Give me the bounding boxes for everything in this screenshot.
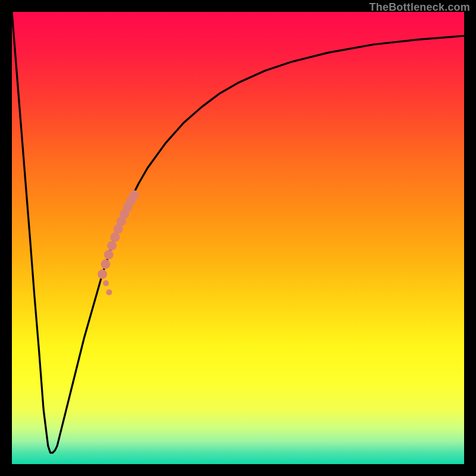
plot-area xyxy=(12,12,464,464)
marker-point xyxy=(98,270,107,279)
chart-frame: TheBottleneck.com xyxy=(0,0,476,476)
curve-markers xyxy=(98,190,139,295)
bottleneck-curve xyxy=(12,12,464,453)
plot-svg xyxy=(12,12,464,464)
marker-point xyxy=(129,190,139,200)
marker-point xyxy=(104,250,114,259)
marker-point xyxy=(110,232,120,242)
marker-point xyxy=(107,241,117,250)
marker-point xyxy=(106,289,112,295)
marker-point xyxy=(103,280,109,286)
marker-point xyxy=(101,259,110,269)
